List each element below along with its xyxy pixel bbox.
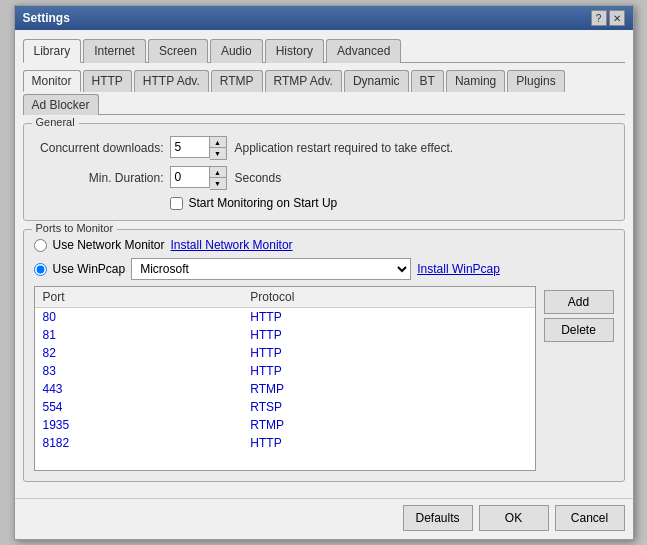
subtab-rtmp-adv[interactable]: RTMP Adv. <box>265 70 342 92</box>
protocol-cell: HTTP <box>242 308 534 327</box>
concurrent-input[interactable] <box>170 136 210 158</box>
install-network-monitor-link[interactable]: Install Network Monitor <box>171 238 293 252</box>
protocol-cell: RTSP <box>242 398 534 416</box>
ok-button[interactable]: OK <box>479 505 549 531</box>
min-duration-spinner: ▲ ▼ <box>170 166 227 190</box>
subtab-http-adv[interactable]: HTTP Adv. <box>134 70 209 92</box>
subtab-http[interactable]: HTTP <box>83 70 132 92</box>
tab-library[interactable]: Library <box>23 39 82 63</box>
col-header-protocol: Protocol <box>242 287 534 308</box>
concurrent-label: Concurrent downloads: <box>34 141 164 155</box>
protocol-cell: HTTP <box>242 362 534 380</box>
winpcap-row: Use WinPcap Microsoft Install WinPcap <box>34 258 614 280</box>
subtab-rtmp[interactable]: RTMP <box>211 70 263 92</box>
title-bar-controls: ? ✕ <box>591 10 625 26</box>
concurrent-spinner: ▲ ▼ <box>170 136 227 160</box>
network-monitor-radio[interactable] <box>34 239 47 252</box>
tab-internet[interactable]: Internet <box>83 39 146 63</box>
subtab-bt[interactable]: BT <box>411 70 444 92</box>
table-row[interactable]: 1935RTMP <box>35 416 535 434</box>
dialog-body: Library Internet Screen Audio History Ad… <box>15 30 633 498</box>
top-tab-bar: Library Internet Screen Audio History Ad… <box>23 38 625 63</box>
winpcap-radio[interactable] <box>34 263 47 276</box>
delete-port-button[interactable]: Delete <box>544 318 614 342</box>
cancel-button[interactable]: Cancel <box>555 505 625 531</box>
general-group-title: General <box>32 116 79 128</box>
min-duration-input[interactable] <box>170 166 210 188</box>
port-cell: 80 <box>35 308 243 327</box>
start-monitoring-checkbox[interactable] <box>170 197 183 210</box>
subtab-plugins[interactable]: Plugins <box>507 70 564 92</box>
add-port-button[interactable]: Add <box>544 290 614 314</box>
sub-tab-bar: Monitor HTTP HTTP Adv. RTMP RTMP Adv. Dy… <box>23 69 625 115</box>
ports-group-title: Ports to Monitor <box>32 222 118 234</box>
network-monitor-label: Use Network Monitor <box>53 238 165 252</box>
concurrent-spinner-btns: ▲ ▼ <box>210 136 227 160</box>
close-button[interactable]: ✕ <box>609 10 625 26</box>
start-monitoring-label: Start Monitoring on Start Up <box>189 196 338 210</box>
table-row[interactable]: 81HTTP <box>35 326 535 344</box>
protocol-cell: RTMP <box>242 416 534 434</box>
subtab-naming[interactable]: Naming <box>446 70 505 92</box>
table-row[interactable]: 8182HTTP <box>35 434 535 452</box>
concurrent-note: Application restart required to take eff… <box>235 141 454 155</box>
help-button[interactable]: ? <box>591 10 607 26</box>
table-row[interactable]: 82HTTP <box>35 344 535 362</box>
table-row[interactable]: 554RTSP <box>35 398 535 416</box>
min-duration-row: Min. Duration: ▲ ▼ Seconds <box>34 166 614 190</box>
winpcap-label: Use WinPcap <box>53 262 126 276</box>
settings-dialog: Settings ? ✕ Library Internet Screen Aud… <box>14 5 634 540</box>
min-duration-spinner-btns: ▲ ▼ <box>210 166 227 190</box>
title-bar-text: Settings <box>23 11 70 25</box>
port-cell: 83 <box>35 362 243 380</box>
install-winpcap-link[interactable]: Install WinPcap <box>417 262 500 276</box>
port-btn-col: Add Delete <box>544 286 614 471</box>
protocol-cell: HTTP <box>242 344 534 362</box>
general-group: General Concurrent downloads: ▲ ▼ Applic… <box>23 123 625 221</box>
concurrent-up-btn[interactable]: ▲ <box>210 137 226 148</box>
table-row[interactable]: 80HTTP <box>35 308 535 327</box>
port-table: Port Protocol 80HTTP81HTTP82HTTP83HTTP44… <box>35 287 535 452</box>
defaults-button[interactable]: Defaults <box>403 505 473 531</box>
winpcap-select[interactable]: Microsoft <box>131 258 411 280</box>
network-monitor-row: Use Network Monitor Install Network Moni… <box>34 238 614 252</box>
ports-content: Port Protocol 80HTTP81HTTP82HTTP83HTTP44… <box>34 286 614 471</box>
bottom-bar: Defaults OK Cancel <box>15 498 633 539</box>
tab-audio[interactable]: Audio <box>210 39 263 63</box>
subtab-monitor[interactable]: Monitor <box>23 70 81 92</box>
tab-history[interactable]: History <box>265 39 324 63</box>
protocol-cell: RTMP <box>242 380 534 398</box>
min-duration-down-btn[interactable]: ▼ <box>210 178 226 189</box>
port-cell: 554 <box>35 398 243 416</box>
title-bar: Settings ? ✕ <box>15 6 633 30</box>
tab-screen[interactable]: Screen <box>148 39 208 63</box>
port-cell: 1935 <box>35 416 243 434</box>
tab-advanced[interactable]: Advanced <box>326 39 401 63</box>
subtab-dynamic[interactable]: Dynamic <box>344 70 409 92</box>
concurrent-down-btn[interactable]: ▼ <box>210 148 226 159</box>
col-header-port: Port <box>35 287 243 308</box>
subtab-ad-blocker[interactable]: Ad Blocker <box>23 94 99 115</box>
port-cell: 443 <box>35 380 243 398</box>
port-table-container: Port Protocol 80HTTP81HTTP82HTTP83HTTP44… <box>34 286 536 471</box>
min-duration-note: Seconds <box>235 171 282 185</box>
concurrent-row: Concurrent downloads: ▲ ▼ Application re… <box>34 136 614 160</box>
table-row[interactable]: 443RTMP <box>35 380 535 398</box>
ports-group: Ports to Monitor Use Network Monitor Ins… <box>23 229 625 482</box>
port-cell: 82 <box>35 344 243 362</box>
port-cell: 8182 <box>35 434 243 452</box>
protocol-cell: HTTP <box>242 326 534 344</box>
port-cell: 81 <box>35 326 243 344</box>
protocol-cell: HTTP <box>242 434 534 452</box>
min-duration-up-btn[interactable]: ▲ <box>210 167 226 178</box>
table-row[interactable]: 83HTTP <box>35 362 535 380</box>
start-monitoring-row: Start Monitoring on Start Up <box>170 196 614 210</box>
min-duration-label: Min. Duration: <box>34 171 164 185</box>
